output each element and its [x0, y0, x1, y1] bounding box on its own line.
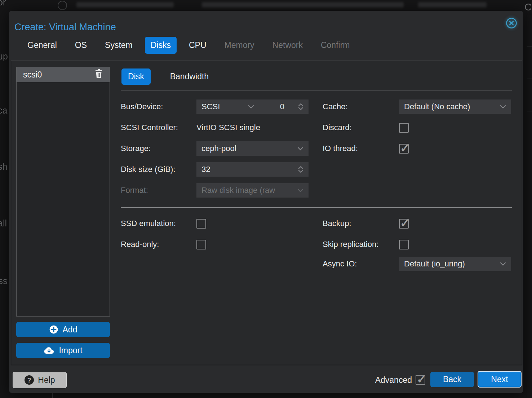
- ssd-emulation-label: SSD emulation:: [121, 216, 176, 231]
- disk-size-input[interactable]: 32: [196, 162, 309, 177]
- bus-device-label: Bus/Device:: [121, 100, 163, 114]
- next-button[interactable]: Next: [478, 371, 522, 388]
- tab-bandwidth[interactable]: Bandwidth: [164, 68, 215, 85]
- disk-list-item-scsi0[interactable]: scsi0: [17, 67, 110, 82]
- scsi-controller-label: SCSI Controller:: [121, 120, 178, 135]
- back-button[interactable]: Back: [430, 372, 474, 387]
- import-button-label: Import: [59, 346, 82, 355]
- tab-disks[interactable]: Disks: [145, 37, 177, 54]
- bg-text-fragment: sh: [0, 162, 7, 172]
- advanced-section-divider: [121, 207, 512, 208]
- chevron-down-icon: [297, 147, 303, 151]
- advanced-label: Advanced: [369, 373, 412, 387]
- dialog-title: Create: Virtual Machine: [14, 22, 116, 33]
- bg-text-fragment: iss: [0, 276, 8, 286]
- chevron-down-icon: [500, 105, 506, 109]
- tab-cpu[interactable]: CPU: [183, 37, 212, 54]
- plus-circle-icon: [49, 325, 58, 334]
- chevron-down-icon: [500, 262, 506, 266]
- scsi-controller-value: VirtIO SCSI single: [196, 120, 260, 135]
- device-number-spinner[interactable]: [298, 103, 303, 110]
- bg-grid-line: [527, 79, 532, 79]
- discard-checkbox[interactable]: ✓: [399, 123, 409, 133]
- io-thread-label: IO thread:: [323, 141, 358, 156]
- import-button[interactable]: Import: [16, 343, 110, 358]
- bg-grid-line: [527, 111, 532, 111]
- cache-label: Cache:: [323, 100, 348, 114]
- disk-size-spinner[interactable]: [298, 166, 303, 173]
- bg-text-fragment: ca: [0, 105, 7, 116]
- bg-text-fragment: up: [0, 51, 8, 62]
- backup-checkbox[interactable]: ✓: [399, 219, 409, 229]
- bg-text-fragment: or: [0, 0, 6, 8]
- disk-item-label: scsi0: [23, 70, 42, 80]
- storage-select[interactable]: ceph-pool: [196, 141, 309, 156]
- cache-value: Default (No cache): [404, 102, 470, 111]
- bg-radio-circle: [58, 1, 67, 10]
- cache-select[interactable]: Default (No cache): [399, 100, 511, 114]
- bg-text-fragment: C: [524, 1, 532, 13]
- discard-label: Discard:: [323, 120, 352, 135]
- io-thread-checkbox[interactable]: ✓: [399, 144, 409, 154]
- wizard-tabbar: General OS System Disks CPU Memory Netwo…: [22, 37, 355, 54]
- tab-disk[interactable]: Disk: [121, 68, 151, 85]
- create-vm-dialog: Create: Virtual Machine General OS Syste…: [9, 11, 523, 393]
- trash-icon[interactable]: [94, 69, 103, 80]
- bus-device-value: SCSI: [201, 102, 220, 111]
- skip-replication-checkbox[interactable]: ✓: [399, 240, 409, 249]
- bg-blurred-text: [76, 2, 174, 8]
- async-io-label: Async IO:: [323, 257, 357, 271]
- device-number-value[interactable]: 0: [280, 102, 284, 111]
- tab-network: Network: [267, 37, 309, 54]
- disk-list-panel: scsi0: [16, 67, 110, 317]
- advanced-checkbox[interactable]: ✓: [416, 375, 425, 385]
- tab-system[interactable]: System: [99, 37, 138, 54]
- bg-grid-line: [527, 46, 532, 47]
- bg-grid-line: [527, 14, 532, 14]
- async-io-select[interactable]: Default (io_uring): [399, 257, 511, 271]
- add-button[interactable]: Add: [16, 322, 110, 337]
- async-io-value: Default (io_uring): [404, 259, 465, 269]
- disk-inner-tabbar: Disk Bandwidth: [121, 68, 215, 85]
- format-select-disabled: Raw disk image (raw: [196, 183, 309, 198]
- bg-grid-line: [52, 393, 53, 398]
- disk-size-label: Disk size (GiB):: [121, 162, 176, 177]
- chevron-down-icon: [297, 189, 303, 193]
- bg-blurred-text: [418, 2, 487, 8]
- backup-label: Backup:: [323, 216, 351, 231]
- bg-text-fragment: all: [0, 218, 7, 229]
- tab-general[interactable]: General: [22, 37, 63, 54]
- chevron-down-icon: [248, 105, 254, 109]
- tab-confirm: Confirm: [315, 37, 356, 54]
- bus-device-select[interactable]: SCSI 0: [196, 100, 309, 114]
- format-value: Raw disk image (raw: [201, 186, 275, 195]
- bg-grid-line: [527, 0, 527, 398]
- tab-memory: Memory: [219, 37, 260, 54]
- storage-label: Storage:: [121, 141, 151, 156]
- help-button[interactable]: ? Help: [13, 372, 67, 388]
- add-button-label: Add: [63, 325, 77, 335]
- format-label: Format:: [121, 183, 148, 198]
- svg-text:?: ?: [27, 377, 31, 384]
- question-circle-icon: ?: [24, 375, 34, 385]
- ssd-emulation-checkbox[interactable]: ✓: [196, 219, 206, 229]
- tab-os[interactable]: OS: [69, 37, 93, 54]
- divider: [121, 90, 512, 91]
- disk-size-value: 32: [201, 165, 210, 174]
- storage-value: ceph-pool: [201, 144, 236, 153]
- cloud-download-icon: [44, 346, 54, 355]
- read-only-checkbox[interactable]: ✓: [196, 240, 206, 249]
- read-only-label: Read-only:: [121, 237, 159, 252]
- close-icon[interactable]: [505, 17, 518, 29]
- bg-blurred-text: [202, 2, 404, 8]
- skip-replication-label: Skip replication:: [323, 237, 378, 252]
- help-button-label: Help: [38, 375, 55, 385]
